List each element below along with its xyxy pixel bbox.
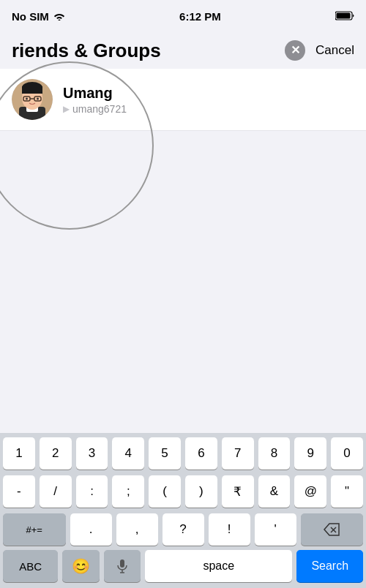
key-abc[interactable]: ABC	[3, 550, 58, 582]
key-period[interactable]: .	[70, 513, 112, 546]
key-5[interactable]: 5	[149, 437, 181, 470]
empty-content-area	[0, 131, 366, 299]
contact-card[interactable]: Umang ▶ umang6721	[0, 69, 366, 131]
status-time: 6:12 PM	[179, 10, 221, 23]
keyboard: 1 2 3 4 5 6 7 8 9 0 - / : ; ( ) ₹ & @ " …	[0, 433, 366, 588]
contact-username-row: ▶ umang6721	[63, 103, 127, 115]
key-emoji[interactable]: 😊	[62, 550, 99, 582]
key-quote[interactable]: "	[331, 475, 363, 508]
key-rupee[interactable]: ₹	[222, 475, 254, 508]
keyboard-symbol-row: - / : ; ( ) ₹ & @ "	[0, 471, 366, 509]
key-2[interactable]: 2	[40, 437, 72, 470]
mic-icon	[117, 559, 127, 573]
keyboard-bottom-row: ABC 😊 space Search	[0, 547, 366, 588]
page-title: riends & Groups	[12, 39, 161, 62]
backspace-icon	[324, 523, 340, 536]
carrier-text: No SIM	[12, 10, 49, 23]
contact-info: Umang ▶ umang6721	[63, 85, 127, 115]
content-area: Umang ▶ umang6721	[0, 69, 366, 131]
key-dash[interactable]: -	[3, 475, 35, 508]
keyboard-number-row: 1 2 3 4 5 6 7 8 9 0	[0, 433, 366, 471]
close-button[interactable]: ✕	[285, 40, 305, 61]
header-actions: ✕ Cancel	[285, 40, 354, 61]
key-colon[interactable]: :	[76, 475, 108, 508]
key-1[interactable]: 1	[3, 437, 35, 470]
svg-rect-8	[22, 86, 42, 94]
key-apostrophe[interactable]: '	[255, 513, 296, 546]
header-bar: riends & Groups ✕ Cancel	[0, 32, 366, 69]
status-left: No SIM	[12, 10, 65, 23]
close-icon: ✕	[291, 45, 300, 56]
key-hashtag-switch[interactable]: #+=	[3, 513, 66, 546]
svg-point-12	[26, 98, 28, 100]
contact-name: Umang	[63, 85, 127, 102]
key-at[interactable]: @	[294, 475, 326, 508]
contact-username-text: umang6721	[72, 103, 127, 115]
key-9[interactable]: 9	[294, 437, 326, 470]
key-close-paren[interactable]: )	[185, 475, 217, 508]
key-semicolon[interactable]: ;	[112, 475, 144, 508]
search-button[interactable]: Search	[296, 550, 363, 582]
key-exclaim[interactable]: !	[209, 513, 250, 546]
key-open-paren[interactable]: (	[149, 475, 181, 508]
key-slash[interactable]: /	[40, 475, 72, 508]
key-0[interactable]: 0	[331, 437, 363, 470]
key-ampersand[interactable]: &	[258, 475, 291, 508]
key-4[interactable]: 4	[112, 437, 144, 470]
keyboard-special-row: #+= . , ? ! '	[0, 509, 366, 547]
key-8[interactable]: 8	[258, 437, 291, 470]
key-3[interactable]: 3	[76, 437, 108, 470]
key-question[interactable]: ?	[163, 513, 204, 546]
username-arrow-icon: ▶	[63, 104, 70, 114]
key-mic[interactable]	[104, 550, 141, 582]
cancel-button[interactable]: Cancel	[315, 43, 354, 58]
avatar-image	[12, 79, 53, 120]
key-space[interactable]: space	[145, 550, 292, 582]
wifi-icon	[53, 10, 65, 23]
battery-icon	[335, 10, 354, 23]
key-6[interactable]: 6	[185, 437, 217, 470]
svg-point-0	[58, 19, 60, 20]
avatar	[12, 79, 53, 120]
status-bar: No SIM 6:12 PM	[0, 0, 366, 32]
status-right	[335, 10, 354, 23]
svg-rect-2	[336, 12, 350, 18]
key-comma[interactable]: ,	[116, 513, 158, 546]
svg-point-13	[37, 98, 39, 100]
svg-rect-16	[120, 559, 124, 568]
key-7[interactable]: 7	[222, 437, 254, 470]
backspace-key[interactable]	[301, 513, 364, 546]
